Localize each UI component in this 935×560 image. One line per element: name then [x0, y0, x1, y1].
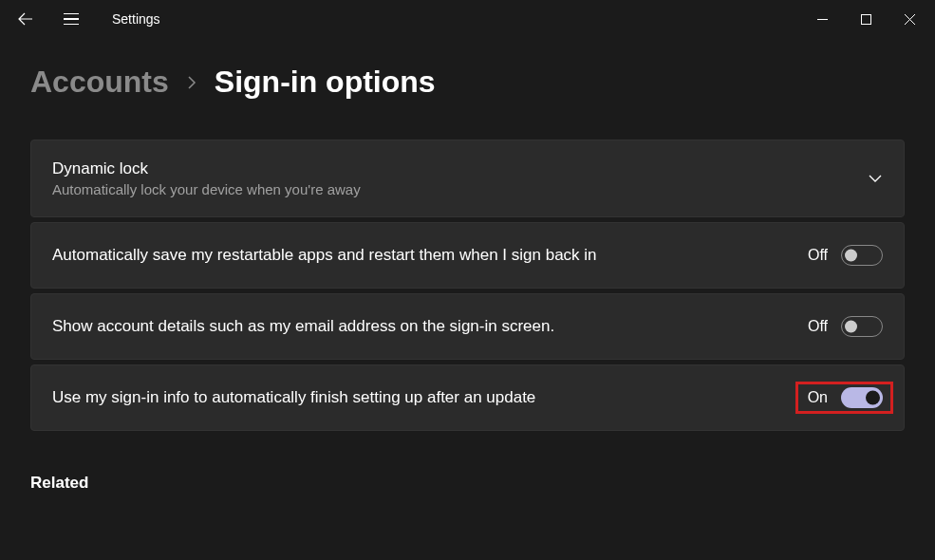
account-details-toggle[interactable] — [841, 316, 883, 337]
close-button[interactable] — [888, 4, 931, 34]
breadcrumb-current: Sign-in options — [215, 65, 436, 100]
content-area: Accounts Sign-in options Dynamic lock Au… — [0, 65, 935, 493]
related-section: Related — [30, 474, 905, 493]
app-title: Settings — [112, 11, 160, 27]
restart-apps-card: Automatically save my restartable apps a… — [30, 222, 905, 289]
account-details-toggle-container: Off — [808, 316, 883, 337]
chevron-right-icon — [186, 75, 197, 90]
breadcrumb-parent[interactable]: Accounts — [30, 65, 169, 100]
hamburger-line-icon — [64, 13, 79, 15]
window-controls — [800, 4, 931, 34]
dynamic-lock-subtitle: Automatically lock your device when you'… — [52, 181, 868, 197]
minimize-icon — [817, 14, 828, 25]
account-details-state: Off — [808, 318, 828, 335]
chevron-down-icon — [868, 174, 883, 183]
restart-apps-toggle[interactable] — [841, 245, 883, 266]
account-details-card: Show account details such as my email ad… — [30, 293, 905, 360]
hamburger-line-icon — [64, 18, 79, 20]
hamburger-line-icon — [64, 24, 79, 26]
svg-rect-0 — [861, 14, 870, 24]
setting-text: Dynamic lock Automatically lock your dev… — [52, 159, 868, 197]
close-icon — [905, 14, 915, 25]
minimize-button[interactable] — [800, 4, 844, 34]
hamburger-menu-button[interactable] — [57, 5, 85, 33]
titlebar: Settings — [0, 0, 935, 38]
sign-in-info-card: Use my sign-in info to automatically fin… — [30, 364, 905, 431]
dynamic-lock-card[interactable]: Dynamic lock Automatically lock your dev… — [30, 140, 905, 217]
account-details-label: Show account details such as my email ad… — [52, 317, 554, 336]
back-button[interactable] — [11, 5, 40, 33]
highlight-box: On — [795, 382, 893, 414]
back-arrow-icon — [17, 10, 34, 28]
restart-apps-state: Off — [808, 247, 828, 264]
breadcrumb: Accounts Sign-in options — [30, 65, 905, 100]
maximize-icon — [861, 14, 871, 25]
sign-in-info-label: Use my sign-in info to automatically fin… — [52, 388, 535, 407]
sign-in-info-state: On — [808, 389, 828, 406]
dynamic-lock-title: Dynamic lock — [52, 159, 868, 178]
restart-apps-label: Automatically save my restartable apps a… — [52, 246, 597, 265]
related-title: Related — [30, 474, 905, 493]
sign-in-info-toggle[interactable] — [841, 387, 883, 408]
restart-apps-toggle-container: Off — [808, 245, 883, 266]
titlebar-left: Settings — [11, 5, 160, 33]
maximize-button[interactable] — [844, 4, 888, 34]
